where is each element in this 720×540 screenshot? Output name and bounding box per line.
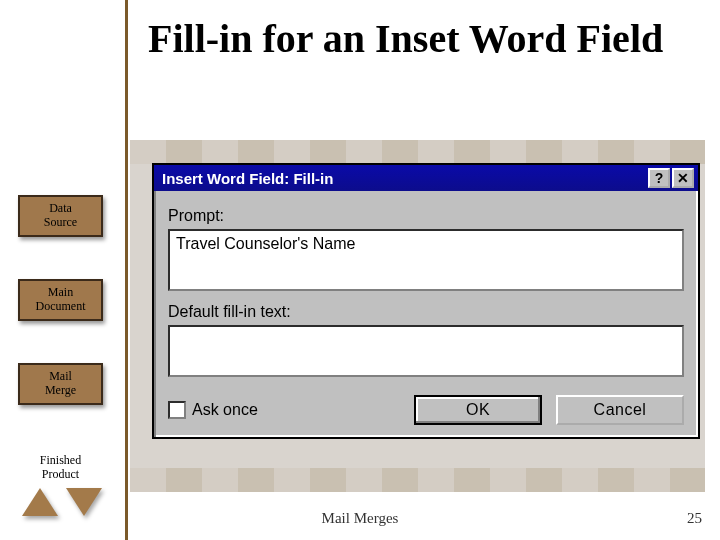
sidebar-item-main-document[interactable]: MainDocument	[18, 279, 103, 321]
slide-footer: Mail Merges 25	[0, 510, 720, 534]
dialog-bottom-row: Ask once OK Cancel	[168, 395, 684, 425]
ask-once-label: Ask once	[192, 401, 258, 419]
page-number: 25	[687, 510, 702, 527]
default-fillin-input[interactable]	[168, 325, 684, 377]
prompt-label: Prompt:	[168, 207, 684, 225]
prompt-input[interactable]: Travel Counselor's Name	[168, 229, 684, 291]
fillin-dialog: Insert Word Field: Fill-in ? ✕ Prompt: T…	[152, 163, 700, 439]
dialog-body: Prompt: Travel Counselor's Name Default …	[154, 191, 698, 437]
ask-once-checkbox[interactable]: Ask once	[168, 401, 400, 419]
sidebar-item-label: MainDocument	[36, 286, 86, 314]
close-icon: ✕	[677, 170, 689, 186]
sidebar-item-label: DataSource	[44, 202, 77, 230]
help-button[interactable]: ?	[648, 168, 670, 188]
cancel-button[interactable]: Cancel	[556, 395, 684, 425]
ok-button[interactable]: OK	[414, 395, 542, 425]
sidebar-item-data-source[interactable]: DataSource	[18, 195, 103, 237]
checkbox-icon	[168, 401, 186, 419]
slide-title: Fill-in for an Inset Word Field	[148, 18, 668, 60]
dialog-title: Insert Word Field: Fill-in	[162, 170, 333, 187]
dialog-titlebar: Insert Word Field: Fill-in ? ✕	[154, 165, 698, 191]
default-fillin-label: Default fill-in text:	[168, 303, 684, 321]
sidebar-item-mail-merge[interactable]: MailMerge	[18, 363, 103, 405]
help-icon: ?	[655, 170, 664, 186]
close-button[interactable]: ✕	[672, 168, 694, 188]
vertical-rule	[125, 0, 128, 540]
sidebar-item-label: MailMerge	[45, 370, 76, 398]
sidebar-item-label: FinishedProduct	[40, 454, 81, 482]
sidebar: DataSource MainDocument MailMerge Finish…	[18, 195, 108, 489]
sidebar-item-finished-product[interactable]: FinishedProduct	[18, 447, 103, 489]
footer-text: Mail Merges	[322, 510, 399, 527]
